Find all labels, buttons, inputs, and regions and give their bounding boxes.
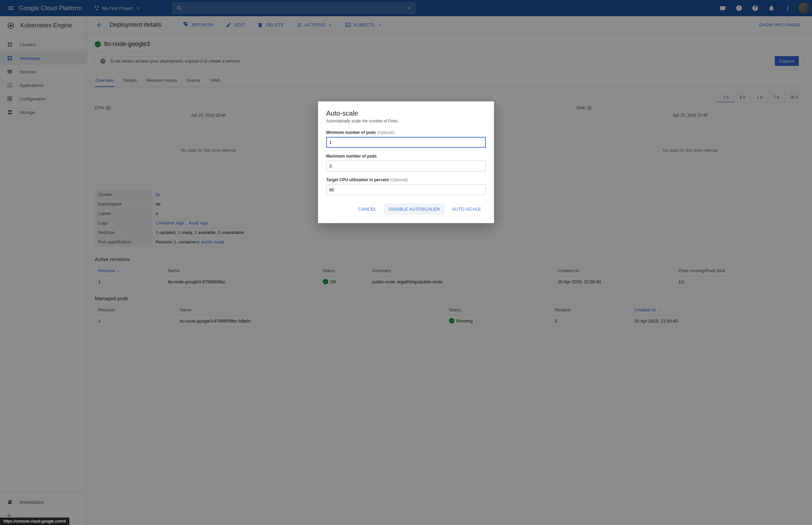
autoscale-button[interactable]: Auto-scale	[447, 203, 486, 215]
input-target-cpu[interactable]	[326, 184, 486, 195]
input-max-pods[interactable]	[326, 161, 486, 171]
dialog-title: Auto-scale	[326, 109, 486, 117]
input-min-pods[interactable]	[326, 137, 486, 148]
autoscale-dialog: Auto-scale Automatically scale the numbe…	[318, 101, 494, 223]
label-target-cpu: Target CPU utilisation in percent (Optio…	[326, 178, 486, 182]
label-min-pods: Minimum number of pods (Optional)	[326, 130, 486, 135]
field-target-cpu: Target CPU utilisation in percent (Optio…	[326, 178, 486, 195]
field-min-pods: Minimum number of pods (Optional)	[326, 130, 486, 148]
status-bar: https://console.cloud.google.com/#	[0, 518, 69, 525]
label-max-pods: Maximum number of pods	[326, 154, 486, 159]
dialog-actions: Cancel Disable Autoscaler Auto-scale	[326, 203, 486, 215]
field-max-pods: Maximum number of pods	[326, 154, 486, 171]
dialog-subtitle: Automatically scale the number of Pods.	[326, 119, 486, 123]
cancel-button[interactable]: Cancel	[353, 203, 382, 215]
dialog-scrim[interactable]	[0, 0, 812, 525]
disable-autoscaler-button[interactable]: Disable Autoscaler	[384, 203, 445, 215]
